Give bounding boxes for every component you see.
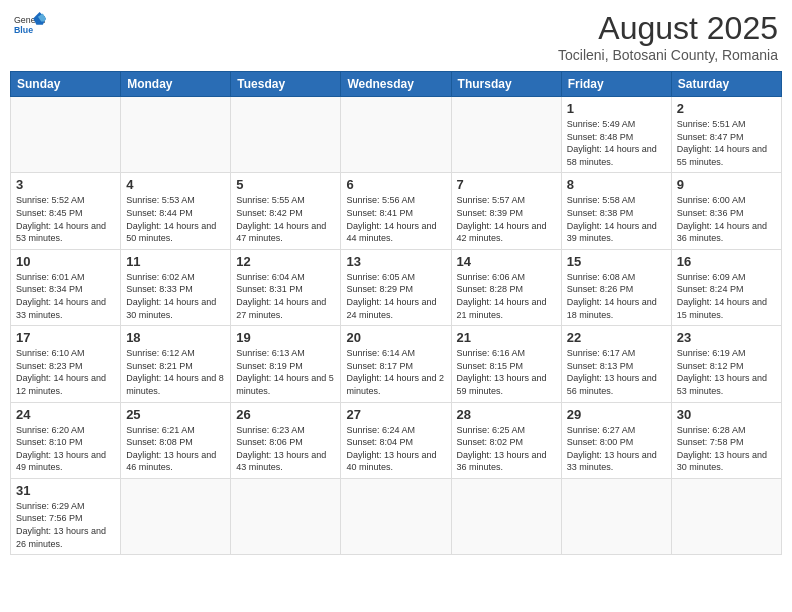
column-header-thursday: Thursday — [451, 72, 561, 97]
calendar-week-row: 31Sunrise: 6:29 AM Sunset: 7:56 PM Dayli… — [11, 478, 782, 554]
calendar-day-cell — [11, 97, 121, 173]
calendar-day-cell — [451, 97, 561, 173]
calendar-day-cell: 21Sunrise: 6:16 AM Sunset: 8:15 PM Dayli… — [451, 326, 561, 402]
day-number: 31 — [16, 483, 115, 498]
calendar-day-cell: 7Sunrise: 5:57 AM Sunset: 8:39 PM Daylig… — [451, 173, 561, 249]
day-info: Sunrise: 6:00 AM Sunset: 8:36 PM Dayligh… — [677, 194, 776, 244]
day-number: 25 — [126, 407, 225, 422]
day-info: Sunrise: 6:04 AM Sunset: 8:31 PM Dayligh… — [236, 271, 335, 321]
calendar-day-cell — [121, 478, 231, 554]
calendar-day-cell: 1Sunrise: 5:49 AM Sunset: 8:48 PM Daylig… — [561, 97, 671, 173]
calendar-day-cell: 6Sunrise: 5:56 AM Sunset: 8:41 PM Daylig… — [341, 173, 451, 249]
day-info: Sunrise: 6:20 AM Sunset: 8:10 PM Dayligh… — [16, 424, 115, 474]
calendar-week-row: 3Sunrise: 5:52 AM Sunset: 8:45 PM Daylig… — [11, 173, 782, 249]
calendar-day-cell: 20Sunrise: 6:14 AM Sunset: 8:17 PM Dayli… — [341, 326, 451, 402]
day-info: Sunrise: 6:06 AM Sunset: 8:28 PM Dayligh… — [457, 271, 556, 321]
day-number: 6 — [346, 177, 445, 192]
day-number: 11 — [126, 254, 225, 269]
calendar-day-cell: 13Sunrise: 6:05 AM Sunset: 8:29 PM Dayli… — [341, 249, 451, 325]
day-info: Sunrise: 5:57 AM Sunset: 8:39 PM Dayligh… — [457, 194, 556, 244]
calendar-week-row: 24Sunrise: 6:20 AM Sunset: 8:10 PM Dayli… — [11, 402, 782, 478]
column-header-monday: Monday — [121, 72, 231, 97]
calendar-day-cell — [231, 478, 341, 554]
title-block: August 2025 Tocileni, Botosani County, R… — [558, 10, 778, 63]
day-number: 17 — [16, 330, 115, 345]
column-header-tuesday: Tuesday — [231, 72, 341, 97]
day-number: 12 — [236, 254, 335, 269]
calendar-day-cell: 26Sunrise: 6:23 AM Sunset: 8:06 PM Dayli… — [231, 402, 341, 478]
calendar-day-cell: 11Sunrise: 6:02 AM Sunset: 8:33 PM Dayli… — [121, 249, 231, 325]
day-number: 2 — [677, 101, 776, 116]
calendar-day-cell: 18Sunrise: 6:12 AM Sunset: 8:21 PM Dayli… — [121, 326, 231, 402]
day-number: 28 — [457, 407, 556, 422]
calendar-day-cell — [671, 478, 781, 554]
day-info: Sunrise: 6:29 AM Sunset: 7:56 PM Dayligh… — [16, 500, 115, 550]
calendar-day-cell: 3Sunrise: 5:52 AM Sunset: 8:45 PM Daylig… — [11, 173, 121, 249]
calendar-day-cell: 28Sunrise: 6:25 AM Sunset: 8:02 PM Dayli… — [451, 402, 561, 478]
day-number: 15 — [567, 254, 666, 269]
day-info: Sunrise: 6:23 AM Sunset: 8:06 PM Dayligh… — [236, 424, 335, 474]
column-header-saturday: Saturday — [671, 72, 781, 97]
calendar-week-row: 10Sunrise: 6:01 AM Sunset: 8:34 PM Dayli… — [11, 249, 782, 325]
day-number: 5 — [236, 177, 335, 192]
day-info: Sunrise: 5:49 AM Sunset: 8:48 PM Dayligh… — [567, 118, 666, 168]
calendar-day-cell: 25Sunrise: 6:21 AM Sunset: 8:08 PM Dayli… — [121, 402, 231, 478]
day-number: 26 — [236, 407, 335, 422]
day-info: Sunrise: 5:58 AM Sunset: 8:38 PM Dayligh… — [567, 194, 666, 244]
day-info: Sunrise: 6:17 AM Sunset: 8:13 PM Dayligh… — [567, 347, 666, 397]
calendar-header-row: SundayMondayTuesdayWednesdayThursdayFrid… — [11, 72, 782, 97]
calendar-day-cell — [341, 478, 451, 554]
calendar-day-cell: 23Sunrise: 6:19 AM Sunset: 8:12 PM Dayli… — [671, 326, 781, 402]
day-number: 3 — [16, 177, 115, 192]
day-info: Sunrise: 6:12 AM Sunset: 8:21 PM Dayligh… — [126, 347, 225, 397]
calendar-day-cell — [231, 97, 341, 173]
day-info: Sunrise: 6:25 AM Sunset: 8:02 PM Dayligh… — [457, 424, 556, 474]
calendar-day-cell: 24Sunrise: 6:20 AM Sunset: 8:10 PM Dayli… — [11, 402, 121, 478]
day-number: 23 — [677, 330, 776, 345]
day-number: 10 — [16, 254, 115, 269]
day-number: 29 — [567, 407, 666, 422]
day-number: 13 — [346, 254, 445, 269]
calendar-table: SundayMondayTuesdayWednesdayThursdayFrid… — [10, 71, 782, 555]
calendar-day-cell: 31Sunrise: 6:29 AM Sunset: 7:56 PM Dayli… — [11, 478, 121, 554]
logo: General Blue — [14, 10, 46, 38]
day-info: Sunrise: 6:28 AM Sunset: 7:58 PM Dayligh… — [677, 424, 776, 474]
svg-text:Blue: Blue — [14, 25, 33, 35]
day-info: Sunrise: 5:51 AM Sunset: 8:47 PM Dayligh… — [677, 118, 776, 168]
day-number: 20 — [346, 330, 445, 345]
day-info: Sunrise: 5:53 AM Sunset: 8:44 PM Dayligh… — [126, 194, 225, 244]
calendar-day-cell: 27Sunrise: 6:24 AM Sunset: 8:04 PM Dayli… — [341, 402, 451, 478]
day-info: Sunrise: 5:55 AM Sunset: 8:42 PM Dayligh… — [236, 194, 335, 244]
page-header: General Blue August 2025 Tocileni, Botos… — [10, 10, 782, 63]
day-number: 1 — [567, 101, 666, 116]
column-header-wednesday: Wednesday — [341, 72, 451, 97]
day-info: Sunrise: 5:52 AM Sunset: 8:45 PM Dayligh… — [16, 194, 115, 244]
day-info: Sunrise: 5:56 AM Sunset: 8:41 PM Dayligh… — [346, 194, 445, 244]
month-year-title: August 2025 — [558, 10, 778, 47]
day-number: 21 — [457, 330, 556, 345]
day-info: Sunrise: 6:08 AM Sunset: 8:26 PM Dayligh… — [567, 271, 666, 321]
day-info: Sunrise: 6:05 AM Sunset: 8:29 PM Dayligh… — [346, 271, 445, 321]
calendar-day-cell: 17Sunrise: 6:10 AM Sunset: 8:23 PM Dayli… — [11, 326, 121, 402]
day-info: Sunrise: 6:14 AM Sunset: 8:17 PM Dayligh… — [346, 347, 445, 397]
day-info: Sunrise: 6:02 AM Sunset: 8:33 PM Dayligh… — [126, 271, 225, 321]
calendar-day-cell — [341, 97, 451, 173]
general-blue-logo-icon: General Blue — [14, 10, 46, 38]
day-number: 8 — [567, 177, 666, 192]
day-info: Sunrise: 6:24 AM Sunset: 8:04 PM Dayligh… — [346, 424, 445, 474]
calendar-day-cell — [451, 478, 561, 554]
day-info: Sunrise: 6:10 AM Sunset: 8:23 PM Dayligh… — [16, 347, 115, 397]
calendar-day-cell: 10Sunrise: 6:01 AM Sunset: 8:34 PM Dayli… — [11, 249, 121, 325]
day-info: Sunrise: 6:21 AM Sunset: 8:08 PM Dayligh… — [126, 424, 225, 474]
day-number: 4 — [126, 177, 225, 192]
day-number: 22 — [567, 330, 666, 345]
day-info: Sunrise: 6:09 AM Sunset: 8:24 PM Dayligh… — [677, 271, 776, 321]
day-number: 7 — [457, 177, 556, 192]
location-subtitle: Tocileni, Botosani County, Romania — [558, 47, 778, 63]
day-number: 19 — [236, 330, 335, 345]
column-header-sunday: Sunday — [11, 72, 121, 97]
day-number: 27 — [346, 407, 445, 422]
day-number: 30 — [677, 407, 776, 422]
calendar-day-cell: 9Sunrise: 6:00 AM Sunset: 8:36 PM Daylig… — [671, 173, 781, 249]
calendar-day-cell: 15Sunrise: 6:08 AM Sunset: 8:26 PM Dayli… — [561, 249, 671, 325]
